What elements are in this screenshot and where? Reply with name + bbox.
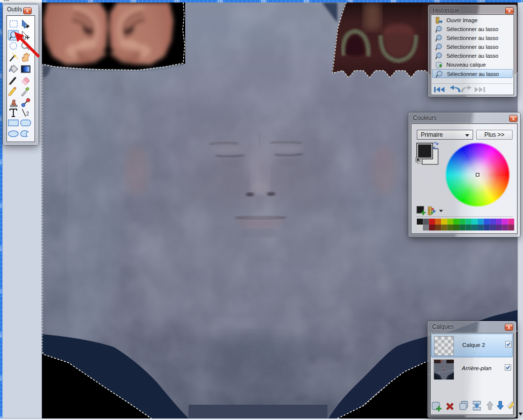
svg-text:2: 2	[26, 111, 29, 116]
